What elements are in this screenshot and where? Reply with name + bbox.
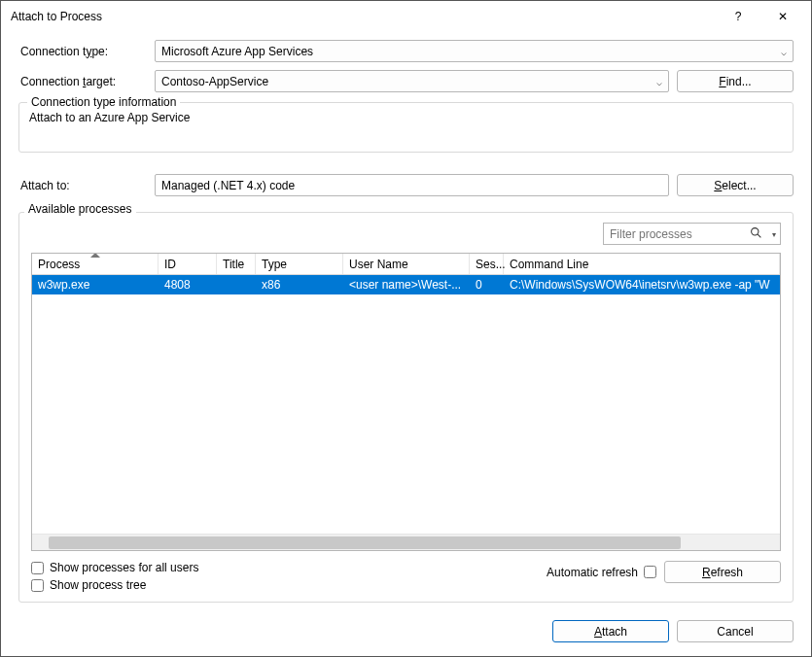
chevron-down-icon[interactable]: ▾ <box>772 229 776 238</box>
connection-type-label: Connection type: <box>18 45 155 58</box>
cell-session: 0 <box>470 276 504 294</box>
attach-to-label: Attach to: <box>18 179 155 192</box>
select-button[interactable]: Select... <box>677 174 794 196</box>
svg-line-1 <box>758 234 760 237</box>
show-process-tree-checkbox[interactable]: Show process tree <box>31 578 198 592</box>
show-all-users-checkbox[interactable]: Show processes for all users <box>31 561 198 574</box>
cell-user: <user name>\West-... <box>343 276 470 294</box>
column-header-title[interactable]: Title <box>217 254 256 274</box>
connection-target-label: Connection target: <box>18 75 155 88</box>
attach-to-row: Attach to: Managed (.NET 4.x) code Selec… <box>18 174 794 196</box>
attach-to-field[interactable]: Managed (.NET 4.x) code <box>155 174 669 196</box>
table-header: Process ID Title Type User Name Ses... C… <box>32 254 780 275</box>
column-header-process[interactable]: Process <box>32 254 159 274</box>
cancel-button[interactable]: Cancel <box>677 620 794 642</box>
attach-button[interactable]: Attach <box>552 620 669 642</box>
attach-to-value: Managed (.NET 4.x) code <box>161 179 295 192</box>
svg-point-0 <box>752 227 759 234</box>
column-header-type[interactable]: Type <box>256 254 343 274</box>
connection-type-info-group: Connection type information Attach to an… <box>18 102 794 153</box>
column-header-session[interactable]: Ses... <box>470 254 504 274</box>
connection-target-value: Contoso-AppService <box>161 75 268 88</box>
connection-target-row: Connection target: Contoso-AppService ⌵ … <box>18 70 794 92</box>
cell-type: x86 <box>256 276 343 294</box>
connection-target-combo[interactable]: Contoso-AppService ⌵ <box>155 70 669 92</box>
dialog-content: Connection type: Microsoft Azure App Ser… <box>1 32 811 656</box>
filter-processes-box[interactable]: ▾ <box>603 223 781 245</box>
automatic-refresh-checkbox[interactable]: Automatic refresh <box>547 566 656 579</box>
connection-type-combo[interactable]: Microsoft Azure App Services ⌵ <box>155 40 794 62</box>
table-row[interactable]: w3wp.exe 4808 x86 <user name>\West-... 0… <box>32 275 780 294</box>
automatic-refresh-input[interactable] <box>644 566 656 578</box>
connection-type-info-legend: Connection type information <box>27 95 180 109</box>
attach-to-process-dialog: Attach to Process ? ✕ Connection type: M… <box>0 0 812 657</box>
search-icon <box>750 226 762 242</box>
help-icon: ? <box>735 10 742 23</box>
titlebar: Attach to Process ? ✕ <box>1 1 811 32</box>
show-all-users-input[interactable] <box>31 562 44 574</box>
cell-title <box>217 283 256 287</box>
connection-type-info-text: Attach to an Azure App Service <box>29 111 783 124</box>
close-button[interactable]: ✕ <box>760 2 805 31</box>
chevron-down-icon: ⌵ <box>781 46 787 56</box>
table-body: w3wp.exe 4808 x86 <user name>\West-... 0… <box>32 275 780 534</box>
horizontal-scrollbar[interactable] <box>32 534 780 550</box>
help-button[interactable]: ? <box>716 2 760 31</box>
window-title: Attach to Process <box>11 10 716 23</box>
column-header-cmd[interactable]: Command Line <box>504 254 780 274</box>
chevron-down-icon: ⌵ <box>656 76 662 86</box>
cell-cmd: C:\Windows\SysWOW64\inetsrv\w3wp.exe -ap… <box>504 276 780 294</box>
find-button[interactable]: Find... <box>677 70 794 92</box>
connection-type-row: Connection type: Microsoft Azure App Ser… <box>18 40 794 62</box>
connection-type-value: Microsoft Azure App Services <box>161 45 313 58</box>
refresh-button[interactable]: Refresh <box>664 561 781 583</box>
close-icon: ✕ <box>778 10 788 23</box>
show-process-tree-input[interactable] <box>31 579 44 592</box>
processes-table: Process ID Title Type User Name Ses... C… <box>31 253 781 551</box>
cell-process: w3wp.exe <box>32 276 159 294</box>
available-processes-label: Available processes <box>24 202 136 216</box>
dialog-footer: Attach Cancel <box>18 620 794 642</box>
cell-id: 4808 <box>159 276 217 294</box>
column-header-user[interactable]: User Name <box>343 254 470 274</box>
scrollbar-thumb[interactable] <box>49 536 681 549</box>
column-header-id[interactable]: ID <box>159 254 217 274</box>
available-processes-section: Available processes ▾ Process ID <box>18 210 794 603</box>
